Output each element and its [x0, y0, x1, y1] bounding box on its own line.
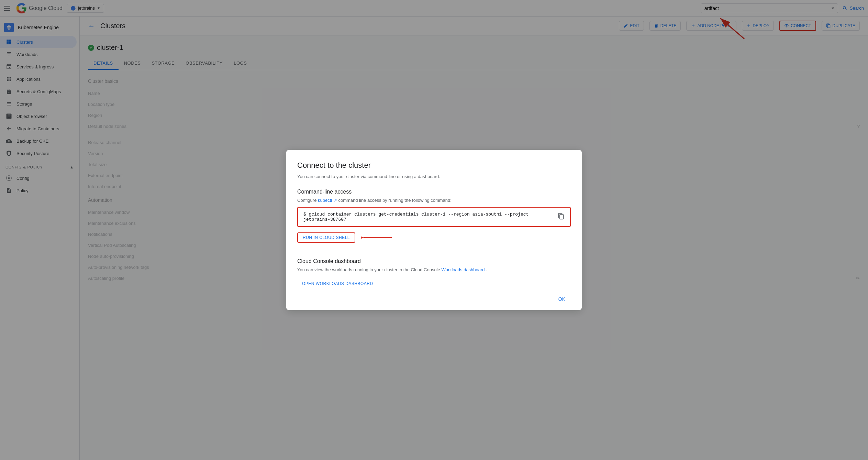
- run-cloud-shell-row: RUN IN CLOUD SHELL: [297, 232, 571, 243]
- dialog-footer: OK: [286, 288, 582, 310]
- dialog-title: Connect to the cluster: [297, 161, 571, 170]
- dialog-subtitle: You can connect to your cluster via comm…: [297, 174, 571, 179]
- command-text: $ gcloud container clusters get-credenti…: [303, 212, 555, 222]
- cmdline-section-body: Configure kubectl ↗ command line access …: [297, 198, 571, 203]
- open-workloads-dashboard-button[interactable]: OPEN WORKLOADS DASHBOARD: [297, 279, 378, 288]
- run-cloud-shell-arrow: [361, 232, 395, 243]
- cloud-console-section-body: You can view the workloads running in yo…: [297, 267, 571, 272]
- dialog-divider: [297, 251, 571, 251]
- dialog-body: Connect to the cluster You can connect t…: [286, 150, 582, 288]
- kubectl-link[interactable]: kubectl ↗: [318, 198, 337, 203]
- run-cloud-shell-button[interactable]: RUN IN CLOUD SHELL: [297, 232, 355, 243]
- command-box: $ gcloud container clusters get-credenti…: [297, 207, 571, 227]
- ok-button[interactable]: OK: [550, 294, 574, 305]
- copy-icon[interactable]: [558, 213, 565, 221]
- connect-dialog: Connect to the cluster You can connect t…: [286, 150, 582, 310]
- workloads-dashboard-link[interactable]: Workloads dashboard: [441, 267, 485, 272]
- cloud-console-section-title: Cloud Console dashboard: [297, 258, 571, 264]
- cmdline-section-title: Command-line access: [297, 189, 571, 195]
- dialog-overlay: Connect to the cluster You can connect t…: [0, 0, 868, 460]
